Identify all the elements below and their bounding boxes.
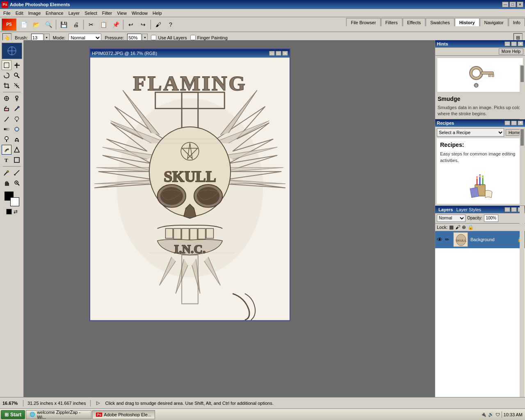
text-tool[interactable]: T — [2, 155, 11, 165]
recipes-minimize-button[interactable]: — — [504, 121, 510, 126]
layers-opacity-input[interactable] — [484, 215, 498, 222]
layer-thumbnail: SKULL — [453, 232, 468, 247]
menu-select[interactable]: Select — [82, 10, 100, 16]
lock-position-icon[interactable]: ⊕ — [462, 224, 466, 230]
layers-mode-select[interactable]: Normal — [437, 215, 466, 222]
tab-filters[interactable]: Filters — [381, 18, 402, 26]
menu-window[interactable]: Window — [129, 10, 150, 16]
layer-visibility-eye[interactable]: 👁 — [437, 236, 443, 243]
use-all-layers-label[interactable]: Use All Layers — [151, 35, 187, 40]
brush-tool[interactable]: 🖌 — [153, 19, 164, 30]
recipes-maximize-button[interactable]: □ — [511, 121, 517, 126]
hints-scrollbar-thumb[interactable] — [520, 66, 524, 82]
new-button[interactable]: 📄 — [18, 19, 30, 30]
pencil-tool[interactable] — [2, 114, 11, 124]
print-button[interactable]: 🖨 — [70, 19, 82, 30]
hints-description: Smudges data in an image. Picks up color… — [435, 104, 525, 119]
help-button[interactable]: ? — [165, 19, 176, 30]
menu-help[interactable]: Help — [150, 10, 164, 16]
lock-label: Lock: — [437, 225, 447, 230]
hints-close-button[interactable]: ✕ — [518, 41, 523, 46]
recipes-close-button[interactable]: ✕ — [518, 121, 523, 126]
brush-paint-tool[interactable] — [12, 104, 22, 114]
layers-tabs: Layers Layer Styles — [437, 207, 483, 212]
paste-button[interactable]: 📌 — [110, 19, 121, 30]
finger-painting-checkbox[interactable] — [190, 35, 196, 40]
menu-view[interactable]: View — [114, 10, 129, 16]
hints-maximize-button[interactable]: □ — [511, 41, 517, 46]
layers-minimize-button[interactable]: — — [504, 207, 510, 212]
layers-tab-layers[interactable]: Layers — [437, 207, 454, 212]
color-reset-row: ⇄ — [6, 209, 18, 215]
minimize-button[interactable]: — — [502, 2, 509, 7]
menu-filter[interactable]: Filter — [100, 10, 114, 16]
lock-paint-icon[interactable]: 🖌 — [455, 224, 460, 230]
menu-file[interactable]: File — [1, 10, 13, 16]
use-all-layers-checkbox[interactable] — [151, 35, 156, 40]
zoom-tool[interactable] — [12, 178, 22, 188]
shape-tool[interactable] — [12, 155, 22, 165]
measure-tool[interactable] — [12, 168, 22, 178]
tab-swatches[interactable]: Swatches — [426, 18, 454, 26]
default-colors-icon[interactable] — [6, 209, 12, 215]
lock-all-icon[interactable]: 🔒 — [468, 224, 474, 230]
layers-tab-styles[interactable]: Layer Styles — [454, 207, 483, 212]
healing-tool[interactable] — [2, 94, 11, 103]
move-tool[interactable] — [12, 60, 22, 70]
eraser-tool[interactable] — [2, 104, 11, 114]
maximize-button[interactable]: □ — [509, 2, 516, 7]
save-button[interactable]: 💾 — [58, 19, 69, 30]
magic-wand-tool[interactable] — [12, 71, 22, 80]
image-minimize-button[interactable]: — — [269, 51, 275, 56]
tab-navigator[interactable]: Navigator — [480, 18, 508, 26]
tab-effects[interactable]: Effects — [403, 18, 425, 26]
recipes-scrollbar-thumb[interactable] — [520, 129, 524, 146]
taskbar-item-photoshop[interactable]: Ps Adobe Photoshop Ele... — [92, 410, 155, 419]
gradient-tool[interactable] — [2, 124, 11, 134]
redo-button[interactable]: ↪ — [137, 19, 149, 30]
dodge-tool[interactable] — [2, 135, 11, 144]
clone-tool[interactable] — [12, 94, 22, 103]
layer-background[interactable]: 👁 ✏ SKULL Background 🔒 — [435, 231, 525, 249]
lasso-tool[interactable] — [2, 71, 11, 80]
background-color[interactable] — [10, 197, 19, 206]
slice-tool[interactable] — [12, 81, 22, 91]
recipes-select[interactable]: Select a Recipe — [437, 128, 504, 137]
layers-maximize-button[interactable]: □ — [511, 207, 517, 212]
start-button[interactable]: ⊞ Start — [1, 410, 25, 419]
close-button[interactable]: ✕ — [517, 2, 523, 7]
finger-painting-label[interactable]: Finger Painting — [190, 35, 228, 40]
menu-enhance[interactable]: Enhance — [43, 10, 66, 16]
smudge-tool[interactable] — [2, 145, 11, 155]
crop-tool[interactable] — [2, 81, 11, 91]
recipes-scrollbar[interactable] — [520, 128, 525, 205]
menu-edit[interactable]: Edit — [13, 10, 26, 16]
hand-tool[interactable] — [2, 178, 11, 188]
tab-history[interactable]: History — [455, 18, 479, 26]
tab-info[interactable]: Info — [509, 18, 525, 26]
selection-tool[interactable] — [2, 60, 11, 70]
blur-tool[interactable] — [12, 124, 22, 134]
burn-tool[interactable] — [12, 135, 22, 144]
image-close-button[interactable]: ✕ — [282, 51, 288, 56]
eyedropper-tool[interactable] — [2, 168, 11, 178]
security-icon: 🛡 — [495, 412, 500, 417]
toolbar-sep1 — [56, 20, 56, 30]
image-maximize-button[interactable]: □ — [276, 51, 281, 56]
copy-button[interactable]: 📋 — [98, 19, 109, 30]
undo-button[interactable]: ↩ — [125, 19, 137, 30]
menu-image[interactable]: Image — [26, 10, 43, 16]
menu-layer[interactable]: Layer — [66, 10, 82, 16]
swap-colors-icon[interactable]: ⇄ — [14, 209, 18, 215]
browse-button[interactable]: 🔍 — [43, 19, 54, 30]
paintbucket-tool[interactable] — [12, 114, 22, 124]
hints-minimize-button[interactable]: — — [504, 41, 510, 46]
lock-transparency-icon[interactable]: ▦ — [449, 224, 454, 230]
open-button[interactable]: 📂 — [30, 19, 42, 30]
more-info-button[interactable]: More Help — [499, 48, 523, 55]
taskbar-item-browser[interactable]: 🌐 welcome ZipplerZap - Wi... — [26, 410, 91, 419]
sharpen-tool[interactable] — [12, 145, 22, 155]
tab-file-browser[interactable]: File Browser — [346, 18, 380, 26]
hints-scrollbar[interactable] — [520, 65, 525, 409]
cut-button[interactable]: ✂ — [85, 19, 97, 30]
